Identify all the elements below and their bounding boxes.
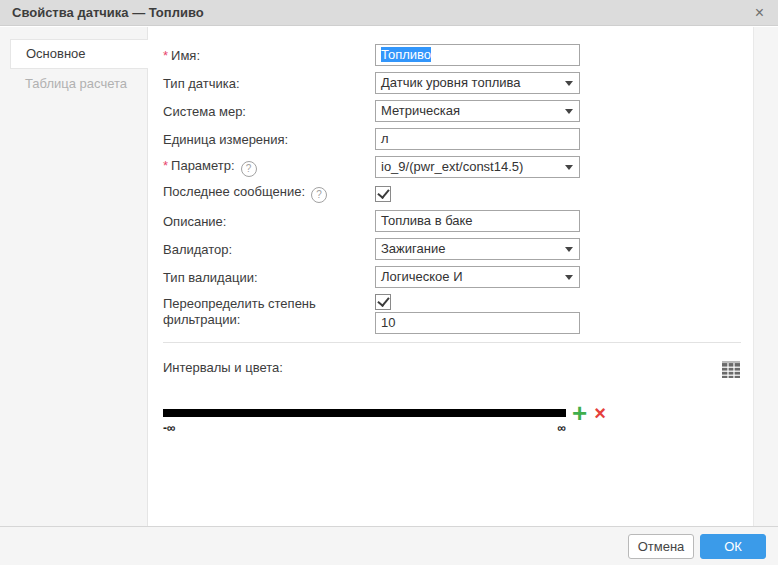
measure-system-label: Система мер:	[163, 104, 375, 119]
pos-infinity-label: ∞	[557, 422, 566, 434]
field-row-validation-type: Тип валидации: Логическое И	[163, 266, 741, 288]
form-content: *Имя: Топливо Тип датчика: Датчик уровня…	[148, 27, 753, 526]
dialog-footer: Отмена ОК	[0, 526, 778, 565]
parameter-select[interactable]: io_9/(pwr_ext/const14.5)	[375, 156, 580, 178]
chevron-down-icon	[565, 81, 573, 86]
chevron-down-icon	[565, 275, 573, 280]
name-input-selected-text: Топливо	[381, 47, 431, 62]
cancel-button[interactable]: Отмена	[628, 534, 694, 559]
filter-override-checkbox[interactable]	[375, 294, 391, 310]
chevron-down-icon	[565, 109, 573, 114]
intervals-label: Интервалы и цвета:	[163, 360, 283, 375]
field-row-description: Описание: Топлива в баке	[163, 210, 741, 232]
last-message-checkbox[interactable]	[375, 186, 391, 202]
close-icon[interactable]: ×	[753, 5, 766, 21]
name-input[interactable]: Топливо	[375, 44, 580, 66]
filter-override-controls: 10	[375, 294, 580, 334]
chevron-down-icon	[565, 165, 573, 170]
ok-button[interactable]: ОК	[700, 534, 766, 559]
field-row-measure-system: Система мер: Метрическая	[163, 100, 741, 122]
field-row-unit: Единица измерения: л	[163, 128, 741, 150]
field-row-parameter: *Параметр:? io_9/(pwr_ext/const14.5)	[163, 156, 741, 178]
measure-system-select[interactable]: Метрическая	[375, 100, 580, 122]
tab-main[interactable]: Основное	[10, 39, 148, 69]
name-label: *Имя:	[163, 48, 375, 63]
sensor-type-select[interactable]: Датчик уровня топлива	[375, 72, 580, 94]
interval-bar[interactable]	[163, 409, 566, 417]
sensor-type-label: Тип датчика:	[163, 76, 375, 91]
unit-label: Единица измерения:	[163, 132, 375, 147]
field-row-validator: Валидатор: Зажигание	[163, 238, 741, 260]
intervals-bar-section: + × -∞ ∞	[163, 404, 741, 434]
validation-type-select[interactable]: Логическое И	[375, 266, 580, 288]
description-input[interactable]: Топлива в баке	[375, 210, 580, 232]
scrollbar-track[interactable]	[753, 27, 778, 526]
intervals-header: Интервалы и цвета:	[163, 360, 741, 379]
field-row-filter-override: Переопределить степень фильтрации: 10	[163, 294, 741, 334]
dialog-titlebar: Свойства датчика — Топливо ×	[0, 0, 778, 26]
sidebar-tabs: Основное Таблица расчета	[0, 27, 148, 526]
field-row-sensor-type: Тип датчика: Датчик уровня топлива	[163, 72, 741, 94]
neg-infinity-label: -∞	[163, 422, 176, 434]
validation-type-label: Тип валидации:	[163, 270, 375, 285]
parameter-label: *Параметр:?	[163, 158, 375, 177]
dialog-title: Свойства датчика — Топливо	[12, 5, 204, 20]
filter-degree-input[interactable]: 10	[375, 312, 580, 334]
chevron-down-icon	[565, 247, 573, 252]
last-message-label: Последнее сообщение:?	[163, 184, 375, 203]
validator-label: Валидатор:	[163, 242, 375, 257]
table-view-icon[interactable]	[721, 360, 741, 379]
delete-interval-button[interactable]: ×	[594, 404, 606, 422]
interval-bounds: -∞ ∞	[163, 422, 566, 434]
add-interval-button[interactable]: +	[572, 404, 587, 422]
unit-input[interactable]: л	[375, 128, 580, 150]
field-row-name: *Имя: Топливо	[163, 44, 741, 66]
required-marker: *	[163, 48, 168, 63]
required-marker: *	[163, 158, 168, 173]
filter-override-label: Переопределить степень фильтрации:	[163, 294, 375, 328]
help-icon[interactable]: ?	[311, 187, 327, 203]
validator-select[interactable]: Зажигание	[375, 238, 580, 260]
dialog-body: Основное Таблица расчета *Имя: Топливо Т…	[0, 27, 778, 526]
tab-calculation-table[interactable]: Таблица расчета	[10, 69, 147, 99]
section-divider	[163, 342, 741, 343]
help-icon[interactable]: ?	[241, 161, 257, 177]
field-row-last-message: Последнее сообщение:?	[163, 184, 741, 203]
description-label: Описание:	[163, 214, 375, 229]
intervals-bar-line: + ×	[163, 404, 741, 422]
sensor-properties-dialog: Свойства датчика — Топливо × Основное Та…	[0, 0, 778, 565]
